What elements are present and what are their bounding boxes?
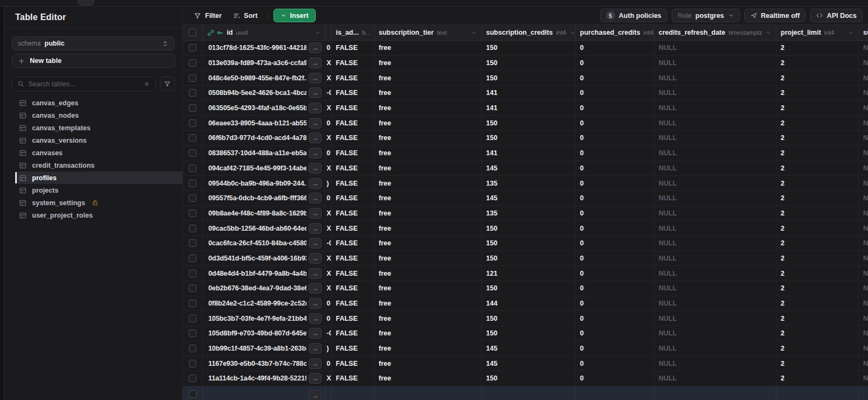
- row-checkbox[interactable]: [189, 300, 196, 307]
- cell-credits-refresh-date[interactable]: NULL: [654, 56, 776, 71]
- cell-subscription-credits[interactable]: [482, 386, 576, 400]
- column-header[interactable]: is_ad... b...: [331, 25, 374, 40]
- column-menu-chevron-icon[interactable]: [471, 30, 477, 36]
- cell-project-limit[interactable]: 2: [776, 56, 859, 71]
- cell-purchased-credits[interactable]: 0: [576, 161, 654, 176]
- expand-row-button[interactable]: →: [309, 73, 322, 84]
- cell-trailing[interactable]: NULL: [859, 116, 868, 130]
- cell-subscription-tier[interactable]: free: [374, 371, 482, 386]
- cell-project-limit[interactable]: 2: [776, 206, 859, 221]
- expand-row-button[interactable]: →: [309, 163, 322, 174]
- sidebar-item-canvases[interactable]: canvases: [17, 147, 182, 159]
- double-chevron-down-icon[interactable]: [143, 80, 150, 87]
- cell-subscription-tier[interactable]: free: [374, 206, 482, 221]
- row-checkbox[interactable]: [189, 119, 196, 127]
- cell-subscription-tier[interactable]: free: [374, 326, 482, 341]
- expand-row-button[interactable]: →: [309, 238, 322, 249]
- cell-project-limit[interactable]: 2: [776, 341, 859, 356]
- expand-row-button[interactable]: →: [309, 87, 322, 98]
- cell-project-limit[interactable]: 2: [776, 281, 859, 296]
- expand-row-button[interactable]: →: [309, 343, 322, 354]
- cell-is-admin[interactable]: FALSE: [331, 266, 374, 281]
- cell-project-limit[interactable]: 2: [776, 191, 859, 206]
- cell-project-limit[interactable]: 2: [776, 101, 859, 116]
- cell-purchased-credits[interactable]: 0: [576, 236, 654, 251]
- cell-purchased-credits[interactable]: 0: [576, 356, 654, 371]
- expand-row-button[interactable]: →: [309, 42, 322, 53]
- cell-subscription-tier[interactable]: free: [374, 56, 482, 71]
- cell-subscription-tier[interactable]: free: [374, 191, 482, 206]
- cell-id[interactable]: 0f8b24e2-c1c2-4589-99ce-2c52d... →: [203, 296, 326, 311]
- cell-subscription-tier[interactable]: [374, 386, 482, 400]
- cell-trailing[interactable]: NULL: [859, 86, 868, 100]
- row-checkbox[interactable]: [189, 360, 196, 367]
- expand-row-button[interactable]: →: [309, 390, 322, 400]
- cell-is-admin[interactable]: FALSE: [331, 101, 374, 116]
- cell-trailing[interactable]: NULL: [859, 251, 868, 266]
- expand-row-button[interactable]: →: [309, 268, 322, 279]
- cell-is-admin[interactable]: FALSE: [331, 161, 374, 176]
- row-checkbox[interactable]: [189, 180, 196, 187]
- cell-subscription-credits[interactable]: 150: [482, 236, 576, 251]
- sidebar-item-credit_transactions[interactable]: credit_transactions: [17, 159, 182, 172]
- cell-purchased-credits[interactable]: 0: [576, 71, 654, 85]
- cell-project-limit[interactable]: 2: [776, 236, 859, 251]
- row-checkbox[interactable]: [189, 270, 196, 277]
- cell-credits-refresh-date[interactable]: NULL: [654, 341, 776, 356]
- expand-row-button[interactable]: →: [309, 313, 322, 324]
- cell-project-limit[interactable]: 2: [776, 86, 859, 100]
- cell-clipped[interactable]: -0: [326, 326, 331, 341]
- cell-subscription-tier[interactable]: free: [374, 86, 482, 100]
- expand-row-button[interactable]: →: [309, 328, 322, 339]
- cell-trailing[interactable]: NULL: [859, 71, 868, 85]
- cell-subscription-credits[interactable]: 150: [482, 326, 576, 341]
- expand-row-button[interactable]: →: [309, 253, 322, 264]
- row-checkbox[interactable]: [189, 104, 196, 112]
- sidebar-item-canvas_templates[interactable]: canvas_templates: [17, 122, 182, 134]
- cell-id[interactable]: 11a114cb-1a4c-49f4-9b28-52219ec... →: [203, 371, 326, 386]
- cell-purchased-credits[interactable]: 0: [576, 221, 654, 236]
- cell-subscription-tier[interactable]: free: [374, 266, 482, 281]
- sidebar-item-profiles[interactable]: profiles: [17, 172, 182, 184]
- cell-id[interactable]: 0eb2b676-38ed-4ea7-9dad-38e6... →: [203, 281, 326, 296]
- cell-clipped[interactable]: X: [326, 251, 331, 266]
- cell-trailing[interactable]: NULL: [859, 341, 868, 356]
- cell-clipped[interactable]: X: [326, 71, 331, 85]
- cell-project-limit[interactable]: 2: [776, 266, 859, 281]
- cell-clipped[interactable]: X: [326, 281, 331, 296]
- search-tables-input[interactable]: Search tables...: [12, 77, 156, 91]
- cell-credits-refresh-date[interactable]: NULL: [654, 176, 776, 191]
- cell-subscription-tier[interactable]: free: [374, 71, 482, 85]
- role-selector-button[interactable]: Role postgres: [672, 9, 740, 22]
- select-all-checkbox[interactable]: [189, 29, 196, 36]
- cell-id[interactable]: 09cac5bb-1256-46bd-ab60-64ed... →: [203, 221, 326, 236]
- cell-project-limit[interactable]: 2: [776, 176, 859, 191]
- cell-is-admin[interactable]: FALSE: [331, 326, 374, 341]
- cell-project-limit[interactable]: 2: [776, 251, 859, 266]
- cell-project-limit[interactable]: 2: [776, 146, 859, 161]
- expand-row-button[interactable]: →: [309, 193, 322, 204]
- cell-trailing[interactable]: NULL: [859, 236, 868, 251]
- cell-purchased-credits[interactable]: 0: [576, 266, 654, 281]
- row-checkbox[interactable]: [189, 390, 196, 398]
- cell-clipped[interactable]: X: [326, 266, 331, 281]
- realtime-toggle-button[interactable]: Realtime off: [744, 9, 806, 22]
- row-checkbox[interactable]: [189, 44, 196, 52]
- cell-purchased-credits[interactable]: 0: [576, 56, 654, 71]
- cell-clipped[interactable]: ): [326, 176, 331, 191]
- cell-purchased-credits[interactable]: 0: [576, 326, 654, 341]
- cell-clipped[interactable]: [326, 386, 331, 400]
- cell-trailing[interactable]: NULL: [859, 206, 868, 221]
- cell-is-admin[interactable]: FALSE: [331, 56, 374, 71]
- cell-purchased-credits[interactable]: 0: [576, 341, 654, 356]
- cell-project-limit[interactable]: 2: [776, 371, 859, 386]
- cell-clipped[interactable]: 0: [326, 146, 331, 161]
- cell-subscription-credits[interactable]: 145: [482, 161, 576, 176]
- row-checkbox[interactable]: [189, 164, 196, 172]
- insert-button[interactable]: Insert: [273, 9, 316, 22]
- cell-id[interactable]: 013e039a-fd89-473a-a3c6-ccfa9... →: [203, 56, 326, 71]
- cell-id[interactable]: 10b99c1f-4857-4c39-a8b1-263b8... →: [203, 341, 326, 356]
- cell-subscription-credits[interactable]: 150: [482, 221, 576, 236]
- sidebar-item-canvas_versions[interactable]: canvas_versions: [17, 134, 182, 147]
- sidebar-item-canvas_nodes[interactable]: canvas_nodes: [17, 109, 182, 122]
